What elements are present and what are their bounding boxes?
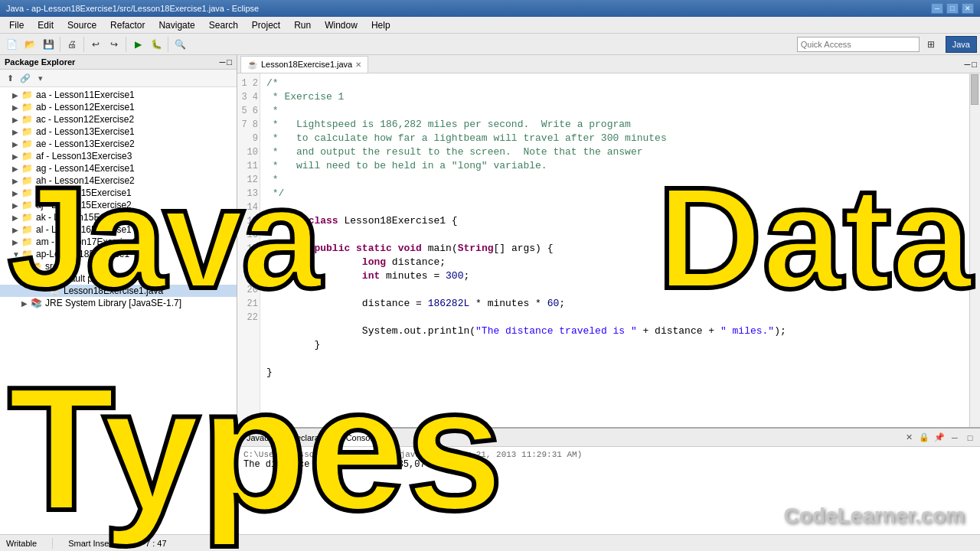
tree-icon-16: ☕: [49, 285, 60, 296]
toolbar-search[interactable]: 🔍: [172, 36, 188, 53]
console-pin[interactable]: 📌: [933, 431, 946, 445]
tree-item-13[interactable]: ▼📁ap-Lesson18Exercise1: [0, 248, 237, 260]
menubar: FileEditSourceRefactorNavigateSearchProj…: [0, 17, 980, 34]
tree-item-2[interactable]: ▶📁ac - Lesson12Exercise2: [0, 113, 237, 126]
menu-item-help[interactable]: Help: [365, 18, 397, 32]
tree-item-1[interactable]: ▶📁ab - Lesson12Exercise1: [0, 101, 237, 113]
toolbar: 📄 📂 💾 🖨 ↩ ↪ ▶ 🐛 🔍 ⊞ Java: [0, 34, 980, 55]
tree-icon-17: 📚: [31, 298, 42, 308]
tree-arrow-0: ▶: [12, 91, 20, 99]
tree-label-16: Lesson18Exercise1.java: [64, 285, 163, 296]
tree-item-5[interactable]: ▶📁af - Lesson13Exercise3: [0, 150, 237, 162]
tree-item-16[interactable]: ☕Lesson18Exercise1.java: [0, 285, 237, 297]
tree-icon-15: 📦: [40, 273, 51, 284]
tree-icon-8: 📁: [21, 187, 33, 198]
pe-maximize-icon[interactable]: □: [227, 57, 232, 67]
status-writable: Writable: [6, 539, 37, 548]
status-position: 7 : 47: [145, 539, 167, 548]
tree-arrow-6: ▶: [12, 165, 20, 173]
scrollbar-thumb[interactable]: [971, 74, 978, 105]
toolbar-open[interactable]: 📂: [21, 36, 38, 53]
menu-item-window[interactable]: Window: [318, 18, 364, 32]
toolbar-new[interactable]: 📄: [3, 36, 20, 53]
tree-label-0: aa - Lesson11Exercise1: [36, 90, 135, 100]
pe-minimize-icon[interactable]: ─: [220, 57, 226, 67]
console-clear-btn[interactable]: ✕: [902, 431, 916, 445]
tree-label-17: JRE System Library [JavaSE-1.7]: [45, 298, 181, 308]
tree-icon-5: 📁: [21, 151, 33, 161]
tree-label-8: ai - Lesson15Exercise1: [36, 187, 132, 198]
toolbar-perspectives[interactable]: ⊞: [923, 36, 939, 53]
tree-item-7[interactable]: ▶📁ah - Lesson14Exercise2: [0, 174, 237, 187]
toolbar-print[interactable]: 🖨: [64, 36, 80, 53]
java-perspective-btn[interactable]: Java: [946, 36, 977, 53]
tree-item-11[interactable]: ▶📁al - Lesson16Exercise1: [0, 223, 237, 236]
tree-arrow-17: ▶: [21, 299, 29, 308]
tree-label-13: ap-Lesson18Exercise1: [36, 249, 129, 259]
pe-menu[interactable]: ▾: [34, 71, 47, 85]
tree-item-6[interactable]: ▶📁ag - Lesson14Exercise1: [0, 162, 237, 174]
toolbar-sep3: [126, 37, 126, 52]
pe-collapse-all[interactable]: ⬆: [3, 71, 17, 85]
tree-item-12[interactable]: ▶📁am - Lesson17Exercise1: [0, 236, 237, 248]
tree-icon-3: 📁: [21, 126, 33, 137]
tab-javadoc[interactable]: Javadoc: [240, 429, 284, 446]
toolbar-save[interactable]: 💾: [40, 36, 57, 53]
tree-label-1: ab - Lesson12Exercise1: [36, 102, 135, 112]
title-text: Java - ap-Lesson18Exercise1/src/Lesson18…: [6, 4, 259, 13]
menu-item-file[interactable]: File: [3, 18, 30, 32]
minimize-button[interactable]: ─: [931, 3, 943, 14]
close-button[interactable]: ✕: [962, 3, 974, 14]
menu-item-refactor[interactable]: Refactor: [104, 18, 151, 32]
tab-declaration[interactable]: Declaration: [284, 429, 339, 446]
editor-max-icon[interactable]: □: [972, 60, 977, 69]
console-text: The distance traveled is 3,335,076,000 m…: [243, 459, 974, 470]
bottom-tabs: Javadoc Declaration Console × ✕ 🔒 📌 ─ □: [237, 429, 980, 447]
tree-arrow-10: ▶: [12, 214, 20, 222]
menu-item-edit[interactable]: Edit: [31, 18, 60, 32]
toolbar-run[interactable]: ▶: [129, 36, 146, 53]
tree-label-11: al - Lesson16Exercise1: [36, 224, 132, 235]
tab-console[interactable]: Console ×: [339, 429, 391, 446]
editor-tab-close[interactable]: ✕: [355, 60, 361, 69]
console-maximize[interactable]: □: [963, 431, 977, 445]
tree-item-14[interactable]: ▼📂src: [0, 260, 237, 272]
menu-item-navigate[interactable]: Navigate: [152, 18, 201, 32]
titlebar: Java - ap-Lesson18Exercise1/src/Lesson18…: [0, 0, 980, 17]
editor-scrollbar[interactable]: [969, 73, 980, 427]
tree-item-4[interactable]: ▶📁ae - Lesson13Exercise2: [0, 138, 237, 150]
tree-icon-12: 📁: [21, 236, 33, 247]
maximize-button[interactable]: □: [946, 3, 959, 14]
editor-tab-lesson18[interactable]: ☕ Lesson18Exercise1.java ✕: [240, 56, 368, 73]
menu-item-project[interactable]: Project: [246, 18, 286, 32]
toolbar-undo[interactable]: ↩: [87, 36, 104, 53]
tree-arrow-11: ▶: [12, 226, 20, 234]
status-sep1: [52, 538, 53, 549]
toolbar-debug[interactable]: 🐛: [148, 36, 165, 53]
pe-link-editor[interactable]: 🔗: [18, 71, 32, 85]
tree-item-15[interactable]: ▼📦(default package): [0, 272, 237, 285]
tree-arrow-14: ▼: [21, 262, 29, 271]
titlebar-controls: ─ □ ✕: [931, 3, 974, 14]
menu-item-run[interactable]: Run: [288, 18, 317, 32]
tree-item-9[interactable]: ▶📁aj - Lesson15Exercise2: [0, 199, 237, 211]
code-area[interactable]: /* * Exercise 1 * * Lightspeed is 186,28…: [260, 73, 969, 427]
tree-label-2: ac - Lesson12Exercise2: [36, 114, 134, 125]
toolbar-sep2: [83, 37, 84, 52]
tree-label-9: aj - Lesson15Exercise2: [36, 200, 132, 210]
editor-content: 1 2 3 4 5 6 7 8 9 10 11 12 13 14 15 16 1…: [237, 73, 980, 427]
tree-item-8[interactable]: ▶📁ai - Lesson15Exercise1: [0, 187, 237, 199]
menu-item-search[interactable]: Search: [203, 18, 244, 32]
tree-icon-2: 📁: [21, 114, 33, 125]
editor-min-icon[interactable]: ─: [965, 60, 971, 69]
toolbar-redo[interactable]: ↪: [106, 36, 122, 53]
tree-item-17[interactable]: ▶📚JRE System Library [JavaSE-1.7]: [0, 297, 237, 309]
quick-access-input[interactable]: [797, 37, 920, 52]
tree-item-10[interactable]: ▶📁ak - Lesson15Exercise3: [0, 211, 237, 223]
tree-item-3[interactable]: ▶📁ad - Lesson13Exercise1: [0, 126, 237, 138]
menu-item-source[interactable]: Source: [61, 18, 103, 32]
console-scroll-lock[interactable]: 🔒: [917, 431, 931, 445]
tree-arrow-8: ▶: [12, 189, 20, 197]
console-minimize[interactable]: ─: [948, 431, 962, 445]
tree-item-0[interactable]: ▶📁aa - Lesson11Exercise1: [0, 89, 237, 101]
